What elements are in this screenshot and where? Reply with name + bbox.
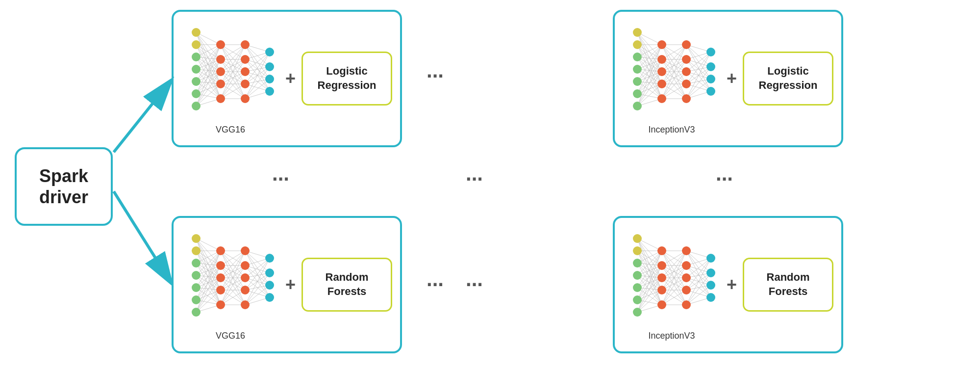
- classifier-label-top-left: Logistic Regression: [312, 64, 382, 92]
- plus-bottom-left: +: [285, 274, 296, 295]
- svg-point-400: [682, 286, 691, 294]
- svg-point-301: [706, 48, 715, 56]
- nn-label-bottom-right: InceptionV3: [648, 331, 695, 341]
- svg-point-401: [682, 300, 691, 309]
- svg-point-97: [241, 80, 250, 88]
- svg-point-191: [216, 261, 225, 270]
- dots-h-bottom-center: ...: [466, 267, 483, 291]
- svg-point-397: [682, 246, 691, 255]
- svg-point-398: [682, 261, 691, 270]
- svg-point-303: [706, 75, 715, 83]
- svg-point-287: [633, 65, 642, 74]
- svg-point-93: [216, 94, 225, 103]
- plus-top-right: +: [727, 68, 737, 89]
- nn-container-top-right: InceptionV3: [623, 23, 721, 135]
- svg-point-82: [192, 28, 201, 37]
- svg-point-386: [633, 246, 642, 255]
- svg-point-399: [682, 273, 691, 282]
- svg-point-197: [241, 273, 250, 282]
- svg-point-288: [633, 77, 642, 86]
- plus-top-left: +: [285, 68, 296, 89]
- neural-net-bottom-right: [623, 229, 721, 327]
- classifier-label-bottom-right: Random Forests: [753, 270, 823, 298]
- svg-point-195: [241, 246, 250, 255]
- svg-point-98: [241, 94, 250, 103]
- svg-point-183: [192, 234, 201, 243]
- svg-point-86: [192, 77, 201, 86]
- arrow-bottom: [114, 191, 171, 282]
- svg-point-196: [241, 261, 250, 270]
- model-box-bottom-right: InceptionV3 + Random Forests: [613, 216, 843, 353]
- svg-point-289: [633, 89, 642, 98]
- svg-point-395: [657, 286, 666, 294]
- classifier-label-bottom-left: Random Forests: [312, 270, 382, 298]
- svg-point-194: [216, 300, 225, 309]
- svg-point-390: [633, 295, 642, 304]
- dots-horizontal-bottom: ...: [427, 267, 444, 291]
- svg-point-402: [706, 254, 715, 263]
- classifier-box-top-right: Logistic Regression: [743, 52, 833, 106]
- svg-point-184: [192, 246, 201, 255]
- svg-point-185: [192, 259, 201, 267]
- nn-label-bottom-left: VGG16: [216, 331, 245, 341]
- svg-point-403: [706, 268, 715, 277]
- svg-point-88: [192, 102, 201, 110]
- svg-point-292: [657, 55, 666, 64]
- svg-point-202: [265, 281, 274, 290]
- arrow-top: [114, 81, 171, 152]
- svg-point-193: [216, 286, 225, 294]
- svg-point-87: [192, 89, 201, 98]
- svg-point-394: [657, 273, 666, 282]
- classifier-box-top-left: Logistic Regression: [302, 52, 392, 106]
- svg-point-389: [633, 283, 642, 292]
- svg-point-84: [192, 53, 201, 61]
- classifier-label-top-right: Logistic Regression: [753, 64, 823, 92]
- dots-vertical-right: ...: [716, 162, 733, 186]
- svg-point-198: [241, 286, 250, 294]
- svg-point-387: [633, 259, 642, 267]
- svg-point-95: [241, 55, 250, 64]
- spark-driver-label: Spark driver: [17, 165, 111, 208]
- svg-point-285: [633, 40, 642, 49]
- dots-vertical-left: ...: [272, 162, 289, 186]
- dots-horizontal-top: ...: [427, 59, 444, 82]
- nn-container-bottom-left: VGG16: [181, 229, 279, 341]
- svg-point-294: [657, 80, 666, 88]
- svg-point-100: [265, 62, 274, 71]
- svg-point-388: [633, 271, 642, 280]
- svg-point-300: [682, 94, 691, 103]
- svg-point-391: [633, 308, 642, 317]
- svg-point-298: [682, 67, 691, 76]
- svg-point-293: [657, 67, 666, 76]
- classifier-box-bottom-right: Random Forests: [743, 258, 833, 312]
- svg-point-286: [633, 53, 642, 61]
- svg-point-203: [265, 293, 274, 302]
- svg-point-186: [192, 271, 201, 280]
- svg-point-96: [241, 67, 250, 76]
- svg-point-92: [216, 80, 225, 88]
- svg-point-101: [265, 75, 274, 83]
- svg-point-83: [192, 40, 201, 49]
- svg-point-94: [241, 40, 250, 49]
- neural-net-top-right: [623, 23, 721, 121]
- neural-net-bottom-left: [181, 229, 279, 327]
- svg-point-188: [192, 295, 201, 304]
- svg-point-304: [706, 87, 715, 96]
- svg-point-190: [216, 246, 225, 255]
- model-box-top-left: VGG16 + Logistic Regression: [172, 10, 402, 147]
- svg-point-192: [216, 273, 225, 282]
- plus-bottom-right: +: [727, 274, 737, 295]
- nn-label-top-right: InceptionV3: [648, 125, 695, 135]
- svg-point-299: [682, 80, 691, 88]
- svg-point-102: [265, 87, 274, 96]
- svg-point-404: [706, 281, 715, 290]
- neural-net-top-left: [181, 23, 279, 121]
- svg-point-297: [682, 55, 691, 64]
- svg-point-284: [633, 28, 642, 37]
- svg-point-187: [192, 283, 201, 292]
- svg-point-85: [192, 65, 201, 74]
- svg-point-393: [657, 261, 666, 270]
- svg-point-296: [682, 40, 691, 49]
- model-box-top-right: InceptionV3 + Logistic Regression: [613, 10, 843, 147]
- svg-point-290: [633, 102, 642, 110]
